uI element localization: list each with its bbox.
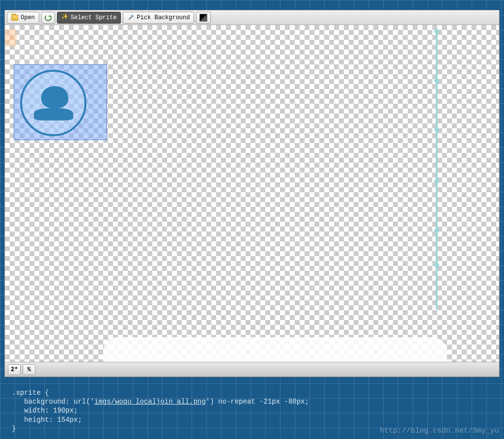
status-bar: 2* % xyxy=(5,362,499,377)
watermark-glyph: ∞ xyxy=(6,173,21,182)
code-line-5: } xyxy=(12,425,16,433)
percent-button[interactable]: % xyxy=(23,364,35,375)
open-label: Open xyxy=(21,14,35,21)
app-window: Open Select Sprite Pick Background ∞ xyxy=(4,10,500,377)
code-line-2-end: ') no-repeat -21px -80px; xyxy=(206,398,309,406)
refresh-icon xyxy=(45,14,52,21)
select-sprite-button[interactable]: Select Sprite xyxy=(57,12,121,24)
wand-icon xyxy=(61,14,68,21)
sprite-preview xyxy=(20,70,86,136)
toolbar: Open Select Sprite Pick Background xyxy=(5,10,499,25)
zoom-button[interactable]: 2* xyxy=(8,364,21,375)
open-button[interactable]: Open xyxy=(7,12,39,24)
pick-background-button[interactable]: Pick Background xyxy=(123,12,194,24)
pick-background-label: Pick Background xyxy=(137,14,190,21)
eyedropper-icon xyxy=(126,13,136,23)
sprite-selection[interactable] xyxy=(14,64,107,140)
swatch-icon xyxy=(199,14,207,22)
select-sprite-label: Select Sprite xyxy=(71,14,117,21)
css-output: .sprite { background: url('imgs/woqu_loc… xyxy=(12,388,309,433)
refresh-button[interactable] xyxy=(41,12,55,24)
expand-panel-tab[interactable] xyxy=(5,29,17,47)
vertical-guide xyxy=(436,29,438,309)
code-url-link[interactable]: imgs/woqu_localjoin_all.png xyxy=(94,398,206,406)
folder-icon xyxy=(11,15,18,21)
canvas[interactable]: ∞ xyxy=(5,25,499,362)
color-swatch-button[interactable] xyxy=(196,12,211,24)
code-line-4: height: 154px; xyxy=(12,416,82,424)
sprite-graphic xyxy=(31,84,76,123)
code-line-2-start: background: url(' xyxy=(12,398,94,406)
code-line-1: .sprite { xyxy=(12,389,49,397)
code-line-3: width: 190px; xyxy=(12,407,78,414)
sprite-region xyxy=(103,337,447,362)
page-watermark: http://blog.csdn.net/Smy_yu xyxy=(380,427,499,435)
